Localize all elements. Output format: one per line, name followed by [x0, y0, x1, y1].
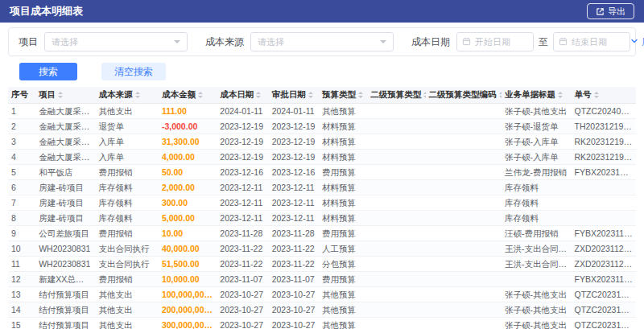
table-cell: 金融大厦采购项目: [35, 134, 95, 149]
table-row[interactable]: 3金融大厦采购项目入库单31,300.002023-12-192023-12-1…: [8, 134, 636, 149]
table-cell: ZXD20231122001: [572, 256, 636, 271]
end-date-input[interactable]: 结束日期: [553, 32, 630, 51]
table-cell: ZXD20231122002: [572, 241, 636, 256]
column-header[interactable]: 预算类型: [319, 87, 367, 103]
table-cell: RK20231219003: [572, 134, 636, 149]
export-label: 导出: [608, 6, 625, 17]
table-cell: 2023-11-22: [269, 256, 319, 271]
table-row[interactable]: 15结付预算项目其他支出300,000,000.002023-10-272023…: [8, 317, 636, 329]
table-cell: 2023-10-27: [269, 317, 319, 329]
column-header[interactable]: 成本来源: [96, 87, 159, 103]
table-cell: 40,000.00: [159, 241, 217, 256]
filter-bar: 项目 请选择 成本来源 请选择 成本日期: [8, 27, 636, 56]
export-icon: [596, 7, 605, 16]
table-cell: 10,000.00: [159, 271, 217, 286]
table-cell: [572, 210, 636, 225]
table-cell: 库存领料: [502, 210, 571, 225]
column-header[interactable]: 业务单据标题: [502, 87, 571, 103]
table-row[interactable]: 9公司差旅项目费用报销10.002023-11-282023-11-28费用预算…: [8, 225, 636, 241]
table-cell: 2023-12-11: [217, 195, 268, 210]
table-cell: [367, 286, 425, 302]
start-date-input[interactable]: 开始日期: [456, 32, 534, 51]
table-cell: 库存领料: [502, 195, 571, 210]
column-header[interactable]: 单号: [572, 87, 636, 103]
table-cell: 10.00: [159, 225, 217, 241]
table-cell: 张子硕-入库单: [502, 149, 571, 164]
table-row[interactable]: 5和平饭店费用报销50.002023-12-162023-12-16费用预算兰伟…: [8, 164, 636, 179]
table-row[interactable]: 8房建-砖项目库存领料5,000.002023-12-112023-12-11材…: [8, 210, 636, 225]
table-cell: 费用报销: [96, 225, 159, 241]
cost-table: 序号项目成本来源成本金额成本日期审批日期预算类型二级预算类型二级预算类型编码业务…: [8, 87, 636, 329]
table-cell: 12: [8, 271, 35, 286]
cost-source-filter: 成本来源 请选择: [205, 32, 394, 51]
table-cell: 人工预算: [319, 241, 367, 256]
table-cell: [572, 195, 636, 210]
table-cell: 5,000.00: [159, 210, 217, 225]
table-cell: [426, 271, 502, 286]
expand-filter-toggle[interactable]: 展开筛选: [630, 35, 644, 49]
table-cell: 2023-11-28: [217, 225, 268, 241]
table-cell: 金融大厦采购项目: [35, 118, 95, 134]
table-row[interactable]: 14结付预算项目其他支出200,000,000.002023-10-272023…: [8, 302, 636, 317]
table-row[interactable]: 11WH20230831支出合同执行51,500.002023-11-22202…: [8, 256, 636, 271]
table-cell: [426, 164, 502, 179]
table-row[interactable]: 10WH20230831支出合同执行40,000.002023-11-22202…: [8, 241, 636, 256]
start-date-placeholder: 开始日期: [475, 36, 510, 48]
table-cell: [426, 134, 502, 149]
table-cell: TH20231219001: [572, 118, 636, 134]
table-cell: FYBX20231128001: [572, 225, 636, 241]
column-header[interactable]: 成本日期: [217, 87, 268, 103]
sort-icon[interactable]: [198, 89, 203, 101]
project-select[interactable]: 请选择: [44, 32, 188, 51]
sort-icon[interactable]: [423, 89, 425, 101]
column-header[interactable]: 审批日期: [269, 87, 319, 103]
sort-icon[interactable]: [499, 89, 502, 101]
sort-icon[interactable]: [358, 89, 363, 101]
table-cell: 费用预算: [319, 164, 367, 179]
table-row[interactable]: 2金融大厦采购项目退货单-3,000.002023-12-192023-12-1…: [8, 118, 636, 134]
sort-icon[interactable]: [135, 89, 140, 101]
column-header[interactable]: 二级预算类型编码: [426, 87, 502, 103]
table-cell: [367, 302, 425, 317]
table-row[interactable]: 12新建XX总部大厦工程二期费用报销10,000.002023-11-07202…: [8, 271, 636, 286]
table-cell: 2023-12-19: [269, 118, 319, 134]
column-header[interactable]: 项目: [35, 87, 95, 103]
table-cell: 金融大厦采购项目: [35, 149, 95, 164]
cost-source-select[interactable]: 请选择: [250, 32, 394, 51]
table-cell: 100,000,000.00: [159, 286, 217, 302]
table-cell: [367, 271, 425, 286]
table-row[interactable]: 1金融大厦采购项目其他支出111.002024-01-112024-01-11其…: [8, 103, 636, 118]
clear-search-button[interactable]: 清空搜索: [101, 63, 166, 80]
table-cell: 2023-12-11: [217, 210, 268, 225]
table-cell: 2023-12-19: [217, 134, 268, 149]
table-row[interactable]: 4金融大厦采购项目入库单4,000.002023-12-192023-12-19…: [8, 149, 636, 164]
search-button[interactable]: 搜索: [19, 63, 77, 80]
column-header[interactable]: 成本金额: [159, 87, 217, 103]
chevron-down-icon: [380, 40, 386, 47]
table-cell: 2023-11-22: [217, 241, 268, 256]
table-cell: [367, 241, 425, 256]
sort-icon[interactable]: [594, 89, 599, 101]
table-cell: 2024-01-11: [269, 103, 319, 118]
table-cell: [426, 103, 502, 118]
table-cell: 王洪-支出合同执行: [502, 256, 571, 271]
table-cell: 2023-10-27: [269, 302, 319, 317]
table-header-row: 序号项目成本来源成本金额成本日期审批日期预算类型二级预算类型二级预算类型编码业务…: [8, 87, 636, 103]
table-row[interactable]: 6房建-砖项目库存领料2,000.002023-12-112023-12-11材…: [8, 179, 636, 195]
table-cell: QTZC20240111001: [572, 103, 636, 118]
table-cell: [367, 164, 425, 179]
table-row[interactable]: 13结付预算项目其他支出100,000,000.002023-10-272023…: [8, 286, 636, 302]
sort-icon[interactable]: [308, 89, 313, 101]
table-cell: 15: [8, 317, 35, 329]
column-header[interactable]: 二级预算类型: [367, 87, 425, 103]
cost-source-filter-label: 成本来源: [205, 35, 244, 49]
export-button[interactable]: 导出: [587, 3, 634, 19]
table-row[interactable]: 7房建-砖项目库存领料300.002023-12-112023-12-11材料预…: [8, 195, 636, 210]
sort-icon[interactable]: [58, 89, 63, 101]
cost-source-select-placeholder: 请选择: [258, 36, 284, 48]
sort-icon[interactable]: [256, 89, 261, 101]
table-cell: 入库单: [96, 134, 159, 149]
table-cell: 库存领料: [96, 195, 159, 210]
sort-icon[interactable]: [558, 89, 563, 101]
cost-date-filter: 成本日期 开始日期 至: [411, 32, 630, 51]
